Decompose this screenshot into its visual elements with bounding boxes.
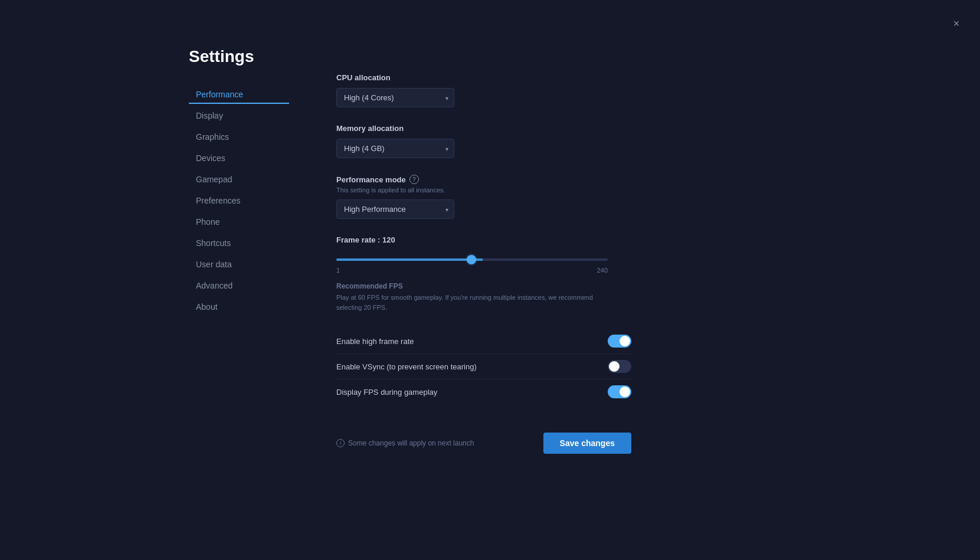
toggles-section: Enable high frame rateEnable VSync (to p… — [336, 329, 631, 404]
toggle-vsync[interactable] — [608, 360, 631, 373]
cpu-allocation-wrapper: Low (1 Core)Medium (2 Cores)High (4 Core… — [336, 88, 454, 107]
sidebar: PerformanceDisplayGraphicsDevicesGamepad… — [189, 85, 289, 316]
toggle-knob-high-frame-rate — [620, 336, 630, 346]
toggle-knob-display-fps — [620, 387, 630, 397]
toggle-label-vsync: Enable VSync (to prevent screen tearing) — [336, 362, 477, 371]
toggle-high-frame-rate[interactable] — [608, 335, 631, 348]
recommended-fps-text: Play at 60 FPS for smooth gameplay. If y… — [336, 293, 602, 312]
footer-info-icon: i — [336, 439, 345, 447]
memory-allocation-wrapper: Low (1 GB)Medium (2 GB)High (4 GB)Ultra … — [336, 139, 454, 158]
frame-rate-slider[interactable] — [336, 258, 608, 261]
cpu-allocation-select[interactable]: Low (1 Core)Medium (2 Cores)High (4 Core… — [336, 88, 454, 107]
sidebar-item-performance[interactable]: Performance — [189, 85, 289, 104]
recommended-fps-title: Recommended FPS — [336, 282, 631, 290]
performance-mode-label: Performance mode — [336, 175, 406, 184]
footer-note-text: Some changes will apply on next launch — [348, 439, 474, 447]
sidebar-item-graphics[interactable]: Graphics — [189, 127, 289, 146]
memory-allocation-label: Memory allocation — [336, 124, 631, 133]
sidebar-item-shortcuts[interactable]: Shortcuts — [189, 234, 289, 253]
sidebar-item-phone[interactable]: Phone — [189, 212, 289, 231]
slider-range: 1 240 — [336, 267, 608, 274]
sidebar-item-advanced[interactable]: Advanced — [189, 276, 289, 295]
frame-rate-label: Frame rate : 120 — [336, 235, 631, 244]
footer: i Some changes will apply on next launch… — [336, 423, 631, 454]
sidebar-item-preferences[interactable]: Preferences — [189, 191, 289, 210]
slider-min: 1 — [336, 267, 340, 274]
recommended-fps-section: Recommended FPS Play at 60 FPS for smoot… — [336, 282, 631, 312]
cpu-allocation-label: CPU allocation — [336, 73, 631, 82]
toggle-row-high-frame-rate: Enable high frame rate — [336, 329, 631, 354]
sidebar-item-gamepad[interactable]: Gamepad — [189, 170, 289, 189]
performance-mode-help-icon[interactable]: ? — [409, 175, 419, 184]
page-title: Settings — [189, 47, 289, 66]
frame-rate-label-prefix: Frame rate : — [336, 235, 382, 244]
toggle-display-fps[interactable] — [608, 385, 631, 398]
memory-allocation-select[interactable]: Low (1 GB)Medium (2 GB)High (4 GB)Ultra … — [336, 139, 454, 158]
main-content: CPU allocation Low (1 Core)Medium (2 Cor… — [336, 47, 631, 454]
frame-rate-value: 120 — [382, 235, 395, 244]
cpu-allocation-section: CPU allocation Low (1 Core)Medium (2 Cor… — [336, 73, 631, 107]
sidebar-item-user-data[interactable]: User data — [189, 255, 289, 274]
performance-mode-label-row: Performance mode ? — [336, 175, 631, 184]
frame-rate-section: Frame rate : 120 1 240 Recommended FPS P… — [336, 235, 631, 312]
sidebar-item-about[interactable]: About — [189, 297, 289, 316]
toggle-row-vsync: Enable VSync (to prevent screen tearing) — [336, 354, 631, 379]
toggle-knob-vsync — [609, 361, 620, 372]
frame-rate-slider-container: 1 240 — [336, 253, 608, 274]
close-button[interactable]: × — [947, 14, 966, 33]
memory-allocation-section: Memory allocation Low (1 GB)Medium (2 GB… — [336, 124, 631, 158]
save-button[interactable]: Save changes — [543, 433, 631, 454]
sidebar-item-display[interactable]: Display — [189, 106, 289, 125]
performance-mode-section: Performance mode ? This setting is appli… — [336, 175, 631, 219]
toggle-label-display-fps: Display FPS during gameplay — [336, 388, 437, 397]
slider-max: 240 — [597, 267, 608, 274]
settings-container: Settings PerformanceDisplayGraphicsDevic… — [0, 0, 980, 454]
performance-mode-subtext: This setting is applied to all instances… — [336, 186, 631, 194]
sidebar-item-devices[interactable]: Devices — [189, 149, 289, 168]
settings-panel: Settings PerformanceDisplayGraphicsDevic… — [189, 47, 289, 454]
toggle-label-high-frame-rate: Enable high frame rate — [336, 337, 414, 346]
close-icon: × — [953, 18, 960, 30]
footer-note: i Some changes will apply on next launch — [336, 439, 474, 447]
performance-mode-wrapper: Power SavingBalancedHigh PerformanceUltr… — [336, 199, 454, 219]
toggle-row-display-fps: Display FPS during gameplay — [336, 379, 631, 404]
performance-mode-select[interactable]: Power SavingBalancedHigh PerformanceUltr… — [336, 199, 454, 219]
